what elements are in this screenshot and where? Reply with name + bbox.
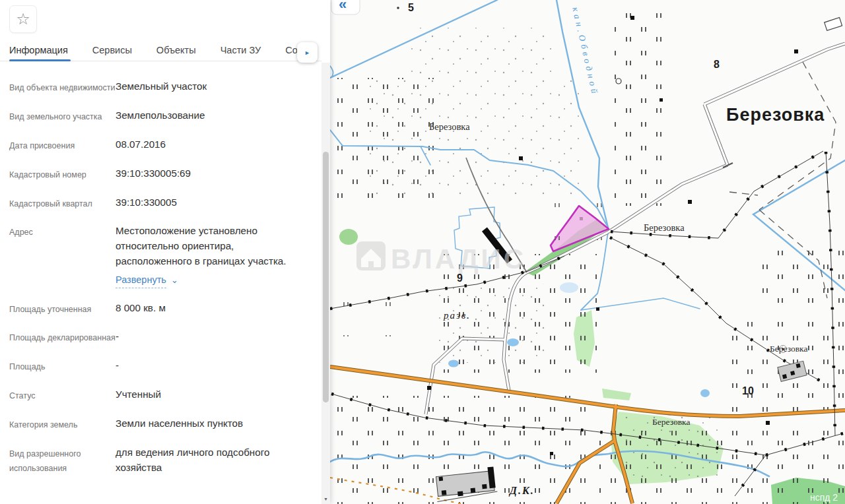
tab-information[interactable]: Информация: [9, 41, 68, 61]
collapse-panel-button[interactable]: «: [331, 0, 360, 15]
tab-services[interactable]: Сервисы: [92, 41, 132, 61]
caret-down-icon: ▼: [323, 497, 328, 501]
scrollbar-down-arrow[interactable]: ▼: [321, 494, 330, 504]
field-row: Вид разрешенного использованиядля ведени…: [9, 445, 310, 476]
watermark: ВЛАДИС: [356, 241, 526, 274]
panel-scrollbar[interactable]: ▼: [321, 63, 330, 504]
topo-map[interactable]: ВЛАДИС Березовка Березовка Березовка Бер…: [330, 0, 845, 504]
info-panel: ☆ Информация Сервисы Объекты Части ЗУ Со…: [0, 0, 330, 504]
favorite-star-button[interactable]: ☆: [9, 5, 37, 33]
settlement-label-big: Березовка: [726, 105, 825, 125]
watermark-text: ВЛАДИС: [391, 243, 526, 274]
field-row: Кадастровый квартал39:10:330005: [9, 195, 310, 212]
address-text: Местоположение установлено относительно …: [116, 225, 287, 267]
field-row: Категория земельЗемли населенных пунктов: [9, 416, 310, 433]
chevron-right-icon: ►: [304, 49, 310, 56]
tabs-scroll-right-button[interactable]: ►: [297, 42, 318, 63]
field-row-address: Адрес Местоположение установлено относит…: [9, 224, 310, 288]
dk-label: Д.К.: [508, 485, 535, 497]
tab-composition[interactable]: Соста: [285, 41, 297, 61]
settlement-label: Березовка: [652, 417, 690, 427]
quarter-number: 5: [408, 2, 414, 13]
field-row: Кадастровый номер39:10:330005:69: [9, 166, 310, 183]
object-fields: Вид объекта недвижимостиЗемельный участо…: [9, 79, 310, 489]
settlement-label: Березовка: [770, 344, 807, 354]
field-row: Площадь уточненная8 000 кв. м: [9, 301, 310, 317]
field-row: Площадь-: [9, 358, 310, 375]
map-viewport[interactable]: ВЛАДИС Березовка Березовка Березовка Бер…: [330, 0, 845, 504]
chevron-down-icon[interactable]: ⌄: [171, 275, 178, 285]
tab-bar: Информация Сервисы Объекты Части ЗУ Сост…: [0, 41, 321, 61]
expand-address-link[interactable]: Развернуть: [116, 273, 166, 288]
tab-objects[interactable]: Объекты: [156, 41, 196, 61]
field-row: Площадь декларированная-: [9, 329, 310, 346]
nspd-watermark: нспд 2: [810, 492, 838, 503]
quarter-number: 8: [714, 59, 720, 70]
ruins-label: разв.: [443, 310, 471, 321]
field-row: СтатусУчтенный: [9, 387, 310, 404]
field-row: Вид земельного участкаЗемлепользование: [9, 108, 310, 125]
settlement-label: Березовка: [429, 121, 470, 132]
field-row: Дата присвоения08.07.2016: [9, 137, 310, 154]
star-icon: ☆: [16, 10, 30, 28]
quarter-number: 10: [742, 385, 754, 396]
tab-parts-zu[interactable]: Части ЗУ: [220, 41, 261, 61]
collapse-chevrons-icon: «: [339, 0, 347, 13]
field-row: Вид объекта недвижимостиЗемельный участо…: [9, 79, 310, 96]
settlement-label: Березовка: [644, 222, 685, 233]
quarter-number: 9: [457, 272, 463, 284]
scrollbar-thumb[interactable]: [323, 152, 329, 402]
